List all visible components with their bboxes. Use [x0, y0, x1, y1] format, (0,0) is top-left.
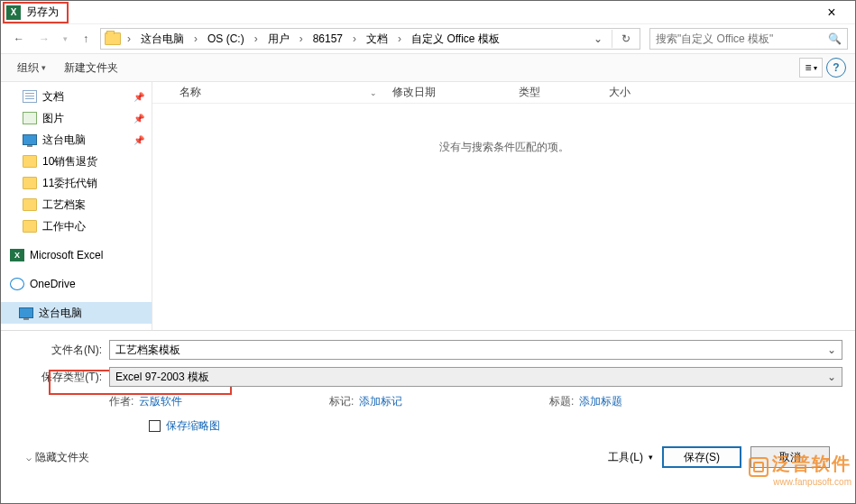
tree-item[interactable]: 文档📌	[1, 86, 152, 107]
tree-item-label: Microsoft Excel	[30, 249, 103, 261]
tree-item-label: 工艺档案	[42, 197, 86, 213]
search-input[interactable]	[656, 32, 828, 45]
fold-icon	[23, 220, 37, 233]
pin-icon: 📌	[133, 135, 144, 145]
col-type[interactable]: 类型	[511, 85, 602, 100]
tree-item[interactable]: OneDrive	[1, 273, 152, 295]
back-button[interactable]: ←	[8, 28, 30, 50]
tree-item-label: 这台电脑	[39, 306, 82, 321]
breadcrumb-item[interactable]: 用户	[264, 32, 293, 47]
pic-icon	[23, 112, 37, 124]
breadcrumb-item[interactable]: 文档	[363, 32, 391, 47]
filename-input[interactable]: 工艺档案模板⌄	[109, 340, 842, 360]
title-label: 标题:	[549, 394, 574, 409]
tree-item-label: 工作中心	[42, 219, 86, 234]
fold-icon	[23, 198, 37, 211]
filetype-select[interactable]: Excel 97-2003 模板⌄	[109, 367, 842, 387]
search-box[interactable]: 🔍	[649, 28, 848, 50]
organize-button[interactable]: 组织▾	[10, 58, 53, 78]
author-label: 作者:	[109, 394, 133, 409]
col-size[interactable]: 大小	[602, 85, 639, 100]
chevron-down-icon: ⌄	[827, 344, 836, 356]
title-value[interactable]: 添加标题	[579, 394, 622, 409]
breadcrumb-sep[interactable]: ›	[123, 32, 135, 45]
tools-dropdown[interactable]: 工具(L)▾	[608, 450, 653, 465]
window-title: 另存为	[26, 5, 59, 20]
breadcrumb-item[interactable]: OS (C:)	[204, 32, 248, 45]
save-thumbnail-label: 保存缩略图	[166, 418, 220, 434]
tree-item-label: 文档	[42, 89, 64, 105]
toolbar: 组织▾ 新建文件夹 ≡▾ ?	[1, 53, 855, 82]
help-button[interactable]: ?	[826, 58, 846, 78]
chevron-down-icon: ⌄	[827, 371, 836, 383]
metadata-row: 作者:云版软件 标记:添加标记 标题:添加标题	[14, 394, 842, 409]
forward-dropdown[interactable]: ▾	[59, 28, 71, 50]
empty-message: 没有与搜索条件匹配的项。	[152, 140, 855, 155]
tree-item[interactable]: 工作中心	[1, 215, 152, 237]
form-area: 文件名(N): 工艺档案模板⌄ 保存类型(T): Excel 97-2003 模…	[1, 330, 855, 477]
pc-icon	[23, 134, 37, 145]
close-button[interactable]: ×	[814, 5, 850, 21]
nav-row: ← → ▾ ↑ › 这台电脑 › OS (C:) › 用户 › 86157 › …	[1, 24, 855, 53]
save-thumbnail-checkbox[interactable]	[149, 420, 161, 432]
search-icon[interactable]: 🔍	[828, 32, 842, 45]
tree-item[interactable]: 10销售退货	[1, 151, 152, 172]
tree-item-label: 这台电脑	[42, 133, 86, 148]
tree-item[interactable]: 11委托代销	[1, 172, 152, 194]
address-bar[interactable]: › 这台电脑 › OS (C:) › 用户 › 86157 › 文档 › 自定义…	[100, 28, 640, 50]
up-button[interactable]: ↑	[75, 28, 97, 50]
address-dropdown[interactable]: ⌄	[588, 32, 608, 45]
author-value[interactable]: 云版软件	[139, 394, 182, 409]
col-name[interactable]: 名称⌄	[172, 85, 385, 100]
save-button[interactable]: 保存(S)	[662, 446, 741, 468]
filetype-label: 保存类型(T):	[14, 370, 109, 385]
sort-icon: ⌄	[370, 88, 377, 97]
pin-icon: 📌	[133, 114, 144, 124]
tree-item[interactable]: 这台电脑	[1, 302, 152, 324]
tree-item-label: 10销售退货	[42, 154, 97, 170]
breadcrumb-item[interactable]: 86157	[309, 32, 346, 45]
titlebar: X 另存为 ×	[1, 1, 855, 24]
cancel-button[interactable]: 取消	[750, 446, 830, 468]
file-pane: 名称⌄ 修改日期 类型 大小 没有与搜索条件匹配的项。	[152, 82, 855, 330]
new-folder-button[interactable]: 新建文件夹	[57, 58, 125, 78]
main-area: 文档📌图片📌这台电脑📌10销售退货11委托代销工艺档案工作中心XMicrosof…	[1, 82, 855, 330]
folder-icon	[105, 32, 121, 45]
fold-icon	[23, 177, 37, 189]
tree-item-label: 图片	[42, 111, 64, 126]
tree-item[interactable]: 这台电脑📌	[1, 129, 152, 151]
hide-folders-toggle[interactable]: ⌵隐藏文件夹	[26, 450, 89, 465]
xl-icon: X	[10, 249, 24, 261]
forward-button[interactable]: →	[33, 28, 55, 50]
tree-item-label: OneDrive	[30, 278, 76, 290]
nav-tree: 文档📌图片📌这台电脑📌10销售退货11委托代销工艺档案工作中心XMicrosof…	[1, 82, 152, 330]
refresh-button[interactable]: ↻	[616, 32, 636, 45]
tree-item[interactable]: 图片📌	[1, 107, 152, 129]
breadcrumb-item[interactable]: 这台电脑	[137, 32, 188, 47]
filename-label: 文件名(N):	[14, 343, 109, 358]
pin-icon: 📌	[133, 92, 144, 102]
footer: ⌵隐藏文件夹 工具(L)▾ 保存(S) 取消	[14, 446, 842, 468]
col-date[interactable]: 修改日期	[385, 85, 511, 100]
od-icon	[10, 278, 24, 290]
docs-icon	[23, 90, 37, 103]
tags-value[interactable]: 添加标记	[359, 394, 402, 409]
tree-item[interactable]: XMicrosoft Excel	[1, 244, 152, 266]
pc-icon	[19, 307, 33, 318]
tree-item[interactable]: 工艺档案	[1, 194, 152, 215]
breadcrumb-item[interactable]: 自定义 Office 模板	[408, 32, 503, 47]
fold-icon	[23, 155, 37, 168]
column-headers: 名称⌄ 修改日期 类型 大小	[152, 82, 855, 104]
excel-icon: X	[6, 5, 21, 20]
tree-item-label: 11委托代销	[42, 176, 97, 191]
view-button[interactable]: ≡▾	[799, 58, 823, 78]
tags-label: 标记:	[329, 394, 354, 409]
